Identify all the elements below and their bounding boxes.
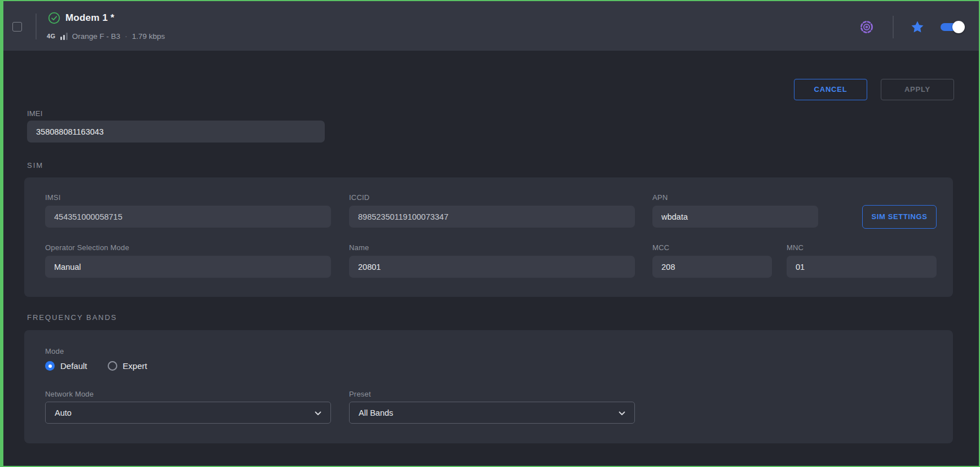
- frequency-bands-panel: Mode Default Expert Network Mode Auto Pr…: [24, 330, 953, 443]
- mode-radio-group: Default Expert: [45, 361, 160, 371]
- toggle-knob: [952, 21, 965, 33]
- imei-label: IMEI: [27, 109, 43, 118]
- name-label: Name: [349, 243, 635, 252]
- imsi-field[interactable]: [45, 206, 331, 228]
- header-divider: [36, 14, 37, 39]
- radio-option-label: Default: [60, 361, 87, 371]
- operator-selection-mode-label: Operator Selection Mode: [45, 243, 331, 252]
- chevron-down-icon: [619, 408, 625, 417]
- signal-strength-icon: [60, 33, 68, 40]
- mcc-label: MCC: [652, 243, 772, 252]
- frequency-bands-section-label: FREQUENCY BANDS: [27, 313, 117, 322]
- header-divider: [893, 16, 894, 38]
- radio-option-expert[interactable]: Expert: [108, 361, 147, 371]
- modem-header: Modem 1 * 4G Orange F - B3 · 1.79 kbps: [3, 1, 979, 51]
- sim-settings-button[interactable]: SIM SETTINGS: [862, 205, 937, 229]
- sim-panel: IMSI ICCID APN SIM SETTINGS Operator Sel…: [24, 177, 953, 297]
- throughput-label: 1.79 kbps: [132, 32, 165, 41]
- cancel-button[interactable]: CANCEL: [794, 79, 867, 100]
- mode-label: Mode: [45, 347, 64, 355]
- preset-label: Preset: [349, 390, 371, 398]
- network-mode-select[interactable]: Auto: [45, 402, 331, 424]
- mnc-field[interactable]: [787, 256, 937, 278]
- iccid-field[interactable]: [349, 206, 635, 228]
- mnc-label: MNC: [787, 243, 937, 252]
- imsi-label: IMSI: [45, 193, 331, 202]
- operator-selection-mode-field[interactable]: [45, 256, 331, 278]
- network-mode-label: Network Mode: [45, 390, 94, 398]
- dot-separator: ·: [125, 32, 127, 41]
- name-field[interactable]: [349, 256, 635, 278]
- network-type-label: 4G: [47, 33, 56, 39]
- radio-unselected-icon: [108, 361, 117, 371]
- apn-field[interactable]: [652, 206, 818, 228]
- settings-gear-icon[interactable]: [858, 19, 875, 35]
- radio-option-default[interactable]: Default: [45, 361, 87, 371]
- modem-select-checkbox[interactable]: [12, 22, 22, 32]
- modem-status-row: 4G Orange F - B3 · 1.79 kbps: [47, 31, 165, 41]
- apply-button[interactable]: APPLY: [881, 79, 954, 100]
- status-check-icon: [48, 12, 60, 24]
- favorite-star-icon[interactable]: [910, 20, 925, 34]
- modem-title: Modem 1 *: [65, 12, 114, 24]
- mcc-field[interactable]: [652, 256, 772, 278]
- modem-enable-toggle[interactable]: [941, 23, 963, 31]
- preset-value: All Bands: [359, 408, 393, 417]
- iccid-label: ICCID: [349, 193, 635, 202]
- radio-selected-icon: [45, 361, 55, 371]
- chevron-down-icon: [315, 408, 321, 417]
- operator-label: Orange F - B3: [72, 32, 121, 41]
- network-mode-value: Auto: [55, 408, 72, 417]
- sim-section-label: SIM: [27, 161, 43, 170]
- preset-select[interactable]: All Bands: [349, 402, 635, 424]
- imei-field[interactable]: [27, 121, 325, 143]
- radio-option-label: Expert: [123, 361, 147, 371]
- modem-config-window: Modem 1 * 4G Orange F - B3 · 1.79 kbps: [0, 0, 980, 467]
- apn-label: APN: [652, 193, 818, 202]
